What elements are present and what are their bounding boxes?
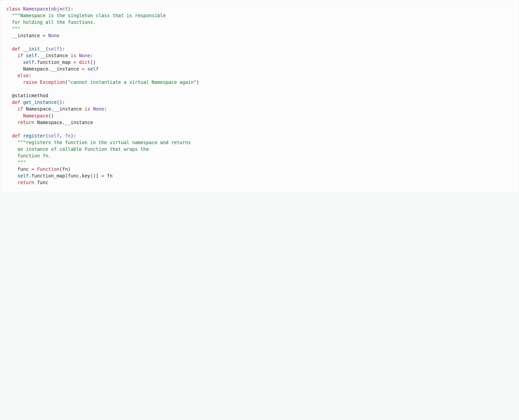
token-fn: self <box>26 53 37 58</box>
code-block: class Namespace(object): """Namespace is… <box>0 0 519 192</box>
token-kw: if <box>17 53 23 58</box>
token-fn: register <box>23 133 46 139</box>
token-str: """Namespace is the singleton class that… <box>6 13 166 32</box>
token-kw: return <box>17 180 34 185</box>
token-fn: self <box>23 60 34 65</box>
token-kw: is <box>85 106 90 112</box>
token-call: Function <box>37 166 59 172</box>
token-bi: None <box>79 53 90 58</box>
token-self: self <box>48 133 60 139</box>
token-kw: = <box>82 66 85 72</box>
token-kw: def <box>12 99 20 105</box>
token-call: dict <box>79 60 90 65</box>
token-call: Namespace <box>23 113 48 119</box>
token-str: "cannot instantiate a virtual Namespace … <box>68 79 196 85</box>
token-fn: self <box>87 66 99 72</box>
token-call: Exception <box>40 79 65 85</box>
token-kw: = <box>43 33 46 38</box>
token-kw: if <box>17 106 23 112</box>
token-self: self <box>48 46 60 52</box>
token-kw: return <box>17 120 34 125</box>
token-kw: raise <box>23 79 37 85</box>
token-fn: __init__ <box>23 46 46 52</box>
token-fn: self <box>17 173 29 179</box>
token-fn: get_instance <box>23 99 57 105</box>
token-kw: def <box>12 46 20 52</box>
token-kw: = <box>73 60 76 65</box>
token-kw: = <box>101 173 104 179</box>
token-self: fn <box>65 133 71 139</box>
token-kw: class <box>6 6 20 12</box>
token-bi: None <box>93 106 104 112</box>
code-content: class Namespace(object): """Namespace is… <box>6 6 199 185</box>
token-kw: = <box>31 166 34 172</box>
token-str: """registers the function in the virtual… <box>6 140 191 165</box>
token-kw: def <box>12 133 20 139</box>
token-kw: else <box>17 73 29 78</box>
token-cls: Namespace <box>23 6 48 12</box>
token-deco: @staticmethod <box>12 93 48 98</box>
token-bi: object <box>51 6 68 12</box>
token-kw: is <box>71 53 76 58</box>
token-bi: None <box>48 33 60 38</box>
